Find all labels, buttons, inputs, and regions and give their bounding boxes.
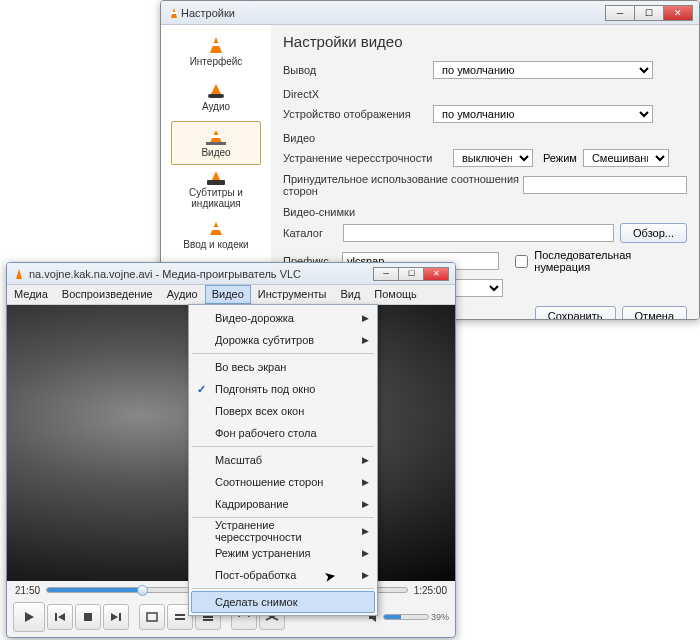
svg-marker-14 xyxy=(25,612,34,622)
mode-label: Режим xyxy=(543,152,577,164)
submenu-arrow-icon: ▶ xyxy=(362,335,369,345)
menu-item[interactable]: Пост-обработка▶ xyxy=(191,564,375,586)
menu-item[interactable]: Сделать снимок xyxy=(191,591,375,613)
svg-marker-13 xyxy=(16,269,22,279)
video-dropdown: Видео-дорожка▶Дорожка субтитров▶Во весь … xyxy=(188,304,378,616)
deinterlace-select[interactable]: выключено xyxy=(453,149,533,167)
cancel-button[interactable]: Отмена xyxy=(622,306,687,320)
time-total: 1:25:00 xyxy=(414,585,447,596)
sidebar-item-audio[interactable]: Аудио xyxy=(171,75,261,119)
sidebar-item-subtitles[interactable]: Субтитры и индикация xyxy=(171,167,261,211)
submenu-arrow-icon: ▶ xyxy=(362,548,369,558)
settings-title: Настройки xyxy=(181,7,235,19)
sidebar-label: Аудио xyxy=(202,101,230,112)
output-label: Вывод xyxy=(283,64,433,76)
fullscreen-button[interactable] xyxy=(139,604,165,630)
sidebar-label: Субтитры и индикация xyxy=(172,187,260,209)
menu-item[interactable]: Видео-дорожка▶ xyxy=(191,307,375,329)
prev-button[interactable] xyxy=(47,604,73,630)
menu-playback[interactable]: Воспроизведение xyxy=(55,285,160,304)
menu-item[interactable]: Фон рабочего стола xyxy=(191,422,375,444)
input-icon xyxy=(205,220,227,238)
vlc-cone-icon xyxy=(167,6,181,20)
sidebar-label: Интерфейс xyxy=(190,56,243,67)
menu-video[interactable]: Видео xyxy=(205,285,251,304)
volume-label: 39% xyxy=(431,612,449,622)
section-snapshots: Видео-снимки xyxy=(283,206,687,218)
seek-knob[interactable] xyxy=(137,585,148,596)
menu-item[interactable]: Дорожка субтитров▶ xyxy=(191,329,375,351)
video-icon xyxy=(205,128,227,146)
player-title: na.vojne.kak.na.vojne.avi - Медиа-проигр… xyxy=(29,268,301,280)
display-device-label: Устройство отображения xyxy=(283,108,433,120)
menu-view[interactable]: Вид xyxy=(333,285,367,304)
section-video: Видео xyxy=(283,132,687,144)
menu-audio[interactable]: Аудио xyxy=(160,285,205,304)
menu-tools[interactable]: Инструменты xyxy=(251,285,334,304)
page-title: Настройки видео xyxy=(283,33,687,50)
catalog-label: Каталог xyxy=(283,227,343,239)
force-ar-input[interactable] xyxy=(523,176,687,194)
deinterlace-label: Устранение чересстрочности xyxy=(283,152,453,164)
close-button[interactable]: ✕ xyxy=(663,5,693,21)
close-button[interactable]: ✕ xyxy=(423,267,449,281)
submenu-arrow-icon: ▶ xyxy=(362,455,369,465)
player-menubar: Медиа Воспроизведение Аудио Видео Инстру… xyxy=(7,285,455,305)
maximize-button[interactable]: ☐ xyxy=(398,267,424,281)
time-current: 21:50 xyxy=(15,585,40,596)
submenu-arrow-icon: ▶ xyxy=(362,477,369,487)
menu-separator xyxy=(192,353,374,354)
check-icon: ✓ xyxy=(197,383,206,396)
menu-item[interactable]: Кадрирование▶ xyxy=(191,493,375,515)
section-directx: DirectX xyxy=(283,88,687,100)
player-titlebar[interactable]: na.vojne.kak.na.vojne.avi - Медиа-проигр… xyxy=(7,263,455,285)
cone-icon xyxy=(205,35,227,55)
svg-rect-9 xyxy=(207,180,225,185)
submenu-arrow-icon: ▶ xyxy=(362,570,369,580)
output-select[interactable]: по умолчанию xyxy=(433,61,653,79)
menu-item[interactable]: Соотношение сторон▶ xyxy=(191,471,375,493)
svg-rect-8 xyxy=(206,142,226,145)
svg-rect-22 xyxy=(175,618,185,620)
sidebar-label: Ввод и кодеки xyxy=(183,239,248,250)
menu-item[interactable]: Масштаб▶ xyxy=(191,449,375,471)
menu-item[interactable]: Устранение чересстрочности▶ xyxy=(191,520,375,542)
minimize-button[interactable]: ─ xyxy=(373,267,399,281)
svg-rect-4 xyxy=(208,94,224,98)
force-ar-label: Принудительное использование соотношения… xyxy=(283,173,523,197)
menu-item[interactable]: Подгонять под окно✓ xyxy=(191,378,375,400)
menu-item[interactable]: Поверх всех окон xyxy=(191,400,375,422)
volume-slider[interactable] xyxy=(383,614,429,620)
vlc-cone-icon xyxy=(13,268,25,280)
play-button[interactable] xyxy=(13,602,45,632)
sidebar-item-interface[interactable]: Интерфейс xyxy=(171,29,261,73)
svg-rect-1 xyxy=(171,12,177,14)
stop-button[interactable] xyxy=(75,604,101,630)
browse-button[interactable]: Обзор... xyxy=(620,223,687,243)
seq-checkbox[interactable] xyxy=(515,255,528,268)
display-device-select[interactable]: по умолчанию xyxy=(433,105,653,123)
menu-media[interactable]: Медиа xyxy=(7,285,55,304)
svg-marker-18 xyxy=(111,613,118,621)
svg-rect-25 xyxy=(203,619,213,621)
submenu-arrow-icon: ▶ xyxy=(362,499,369,509)
seq-checkbox-wrap[interactable]: Последовательная нумерация xyxy=(511,249,687,273)
svg-rect-15 xyxy=(55,613,57,621)
minimize-button[interactable]: ─ xyxy=(605,5,635,21)
svg-rect-3 xyxy=(211,43,221,46)
speaker-icon xyxy=(205,82,227,100)
mode-select[interactable]: Смешивание xyxy=(583,149,669,167)
sidebar-item-video[interactable]: Видео xyxy=(171,121,261,165)
submenu-arrow-icon: ▶ xyxy=(362,526,369,536)
menu-item[interactable]: Режим устранения▶ xyxy=(191,542,375,564)
maximize-button[interactable]: ☐ xyxy=(634,5,664,21)
sidebar-item-input[interactable]: Ввод и кодеки xyxy=(171,213,261,257)
menu-help[interactable]: Помощь xyxy=(367,285,424,304)
next-button[interactable] xyxy=(103,604,129,630)
catalog-input[interactable] xyxy=(343,224,614,242)
menu-separator xyxy=(192,517,374,518)
menu-item[interactable]: Во весь экран xyxy=(191,356,375,378)
save-button[interactable]: Сохранить xyxy=(535,306,616,320)
settings-titlebar[interactable]: Настройки ─ ☐ ✕ xyxy=(161,1,699,25)
svg-rect-19 xyxy=(119,613,121,621)
